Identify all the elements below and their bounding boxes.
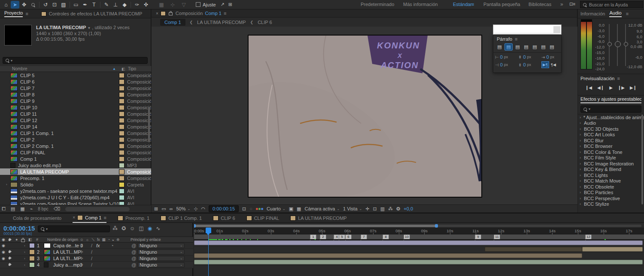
indent-right-field[interactable]: ⊣0px	[495, 62, 508, 67]
label-swatch[interactable]	[119, 195, 125, 200]
label-swatch[interactable]	[119, 189, 125, 194]
expander-icon[interactable]: ›	[580, 156, 584, 160]
rectangle-tool[interactable]: ▭	[72, 1, 80, 9]
pan-behind-tool[interactable]: ▧	[59, 1, 68, 9]
space-before-field[interactable]: ⇞0px	[518, 54, 531, 60]
label-swatch[interactable]	[119, 111, 125, 117]
label-swatch[interactable]	[119, 182, 125, 187]
collapse-icon[interactable]: ✣	[80, 256, 83, 261]
expander-icon[interactable]: ›	[580, 185, 584, 189]
project-item[interactable]: y2meta.com-Saekano Pool Scene Twixtor )-…	[0, 201, 151, 205]
expander-icon[interactable]: ›	[24, 257, 25, 261]
speaker-icon[interactable]	[9, 251, 10, 253]
expander-icon[interactable]: ›	[580, 202, 584, 206]
expander-icon[interactable]: ›	[580, 190, 584, 195]
project-settings-icon[interactable]: ⌁	[30, 206, 33, 212]
effects-category[interactable]: ›BCC Perspective	[580, 195, 644, 201]
effects-category[interactable]: ›BCC 3D Objects	[580, 126, 644, 132]
breadcrumb-precomp[interactable]: LA ULTIMA PRECOMP	[197, 20, 246, 25]
project-item[interactable]: CLIP 9Composición	[0, 98, 151, 104]
project-item[interactable]: LA ULTIMA PRECOMPComposición	[0, 168, 151, 175]
effects-panel-title[interactable]: Efectos y ajustes preestablecid	[580, 96, 641, 103]
align-justify-last-left-button[interactable]: ▤	[522, 44, 530, 50]
eye-icon[interactable]: ◉	[2, 256, 5, 261]
project-search-box[interactable]: ▾	[3, 57, 148, 64]
layer-name[interactable]: LA ULTI...MP	[53, 249, 81, 255]
snap-toggle[interactable]: Ajuste	[196, 2, 216, 7]
help-search-box[interactable]: Buscar en la Ayuda	[580, 1, 643, 8]
project-item[interactable]: Juicy audio edit.mp3MP3	[0, 162, 151, 168]
label-swatch[interactable]	[119, 169, 125, 174]
last-frame-button[interactable]: ▶❙	[630, 85, 637, 90]
label-swatch[interactable]	[119, 163, 125, 168]
layer-row[interactable]: ›4Juicy a....mp3✣/@Ninguno⌄	[0, 262, 193, 268]
layer-row[interactable]: ◉›1Capa de...te 3✣/fx◔@Ninguno⌄	[0, 243, 193, 249]
show-snapshot-icon[interactable]: ○	[249, 206, 252, 211]
collapse-icon[interactable]: ✣	[80, 263, 83, 267]
work-area-bar[interactable]	[194, 225, 436, 227]
layer-name[interactable]: Juicy a....mp3	[53, 262, 82, 267]
parent-link-column[interactable]: Principal y enlace	[131, 237, 161, 242]
comp-panel-menu-icon[interactable]: ≡	[224, 11, 226, 16]
project-item[interactable]: ›SólidoCarpeta	[0, 181, 151, 188]
font-field-button[interactable]	[553, 26, 560, 33]
layer-swatch[interactable]	[29, 249, 35, 255]
label-swatch[interactable]	[119, 131, 125, 136]
effects-category[interactable]: ›BCC Browser	[580, 144, 644, 150]
effects-category[interactable]: ›BCC Color & Tone	[580, 149, 644, 155]
project-item[interactable]: CLIP 12Composición	[0, 117, 151, 123]
eraser-tool[interactable]: ◆	[120, 1, 129, 9]
align-justify-last-right-button[interactable]: ▤	[540, 44, 547, 50]
project-item[interactable]: CLIP 6Composición	[0, 78, 151, 85]
expander-icon[interactable]: ›	[580, 144, 584, 148]
snap-checkbox[interactable]	[196, 2, 200, 7]
text-tool[interactable]: T	[90, 1, 98, 9]
draft-3d-icon[interactable]: ✪	[122, 225, 126, 231]
timeline-tab-clip-final[interactable]: CLIP FINAL	[246, 213, 279, 222]
pickwhip-icon[interactable]: @	[131, 249, 136, 255]
snapshot-icon[interactable]: ⊡	[242, 206, 246, 212]
rotate-tool[interactable]: ↺	[41, 1, 50, 9]
effects-scrollbar[interactable]	[641, 114, 643, 204]
interpret-footage-icon[interactable]: ⧠	[2, 206, 6, 212]
project-item[interactable]: CLIP 2 Comp. 1Composición	[0, 143, 151, 149]
graph-editor-icon[interactable]: ∿	[156, 225, 160, 231]
selection-tool[interactable]: ➤	[11, 1, 19, 9]
project-item[interactable]: CLIP 10Composición	[0, 104, 151, 111]
project-item[interactable]: CLIP 5Composición	[0, 72, 151, 78]
column-nombre[interactable]: Nombre	[12, 66, 27, 71]
expand-arrows-icon[interactable]: ↗	[221, 2, 225, 7]
speaker-icon[interactable]	[9, 264, 10, 266]
preview-menu-icon[interactable]: ≡	[617, 76, 620, 81]
label-column-icon[interactable]: ◧	[122, 67, 125, 71]
effects-category[interactable]: ›BCC Particles	[580, 190, 644, 196]
previous-frame-button[interactable]: ◀❙	[597, 85, 604, 90]
parent-dropdown[interactable]: Ninguno⌄	[137, 249, 185, 255]
audio-slider-knob[interactable]	[615, 41, 621, 47]
fx-badge[interactable]: fx	[96, 243, 100, 248]
home-tool[interactable]: ⌂	[2, 1, 10, 9]
indent-left-field[interactable]: ⊢0px	[495, 54, 508, 60]
bpc-button[interactable]: 8 bpc	[38, 207, 48, 211]
label-swatch[interactable]	[119, 118, 125, 123]
eye-icon[interactable]: ◉	[2, 243, 5, 248]
breadcrumb-comp1[interactable]: Comp 1	[160, 19, 185, 26]
hand-tool[interactable]: ✥	[20, 1, 28, 9]
pen-tool[interactable]: ✒	[81, 1, 89, 9]
expander-icon[interactable]: ›	[580, 115, 583, 120]
parent-dropdown[interactable]: Ninguno⌄	[137, 262, 185, 267]
viewer-timecode[interactable]: 0:00:00:15	[209, 205, 239, 212]
layer-row[interactable]: ◉›3LA ULTI...MP✣/@Ninguno⌄	[0, 255, 193, 262]
pixel-aspect-icon[interactable]: ⊡	[373, 206, 377, 212]
tab-effect-controls[interactable]: Controles de efectos LA ULTIMA PRECOMP	[49, 11, 142, 16]
breadcrumb-clip6[interactable]: CLIP 6	[258, 20, 272, 25]
lock-icon[interactable]	[169, 12, 173, 15]
layer-name[interactable]: Capa de...te 3	[53, 243, 83, 248]
project-item[interactable]: CLIP 1 Comp. 1Composición	[0, 130, 151, 136]
timeline-tab-clip-1-comp-1[interactable]: CLIP 1 Comp. 1	[161, 213, 202, 222]
project-item[interactable]: CLIP 8Composición	[0, 91, 151, 98]
tab-informacion[interactable]: Información	[580, 11, 605, 16]
effects-search-box[interactable]: ▾	[580, 105, 641, 113]
layer-duration-bar[interactable]	[194, 240, 643, 245]
effects-category[interactable]: ›BCC Film Style	[580, 155, 644, 161]
